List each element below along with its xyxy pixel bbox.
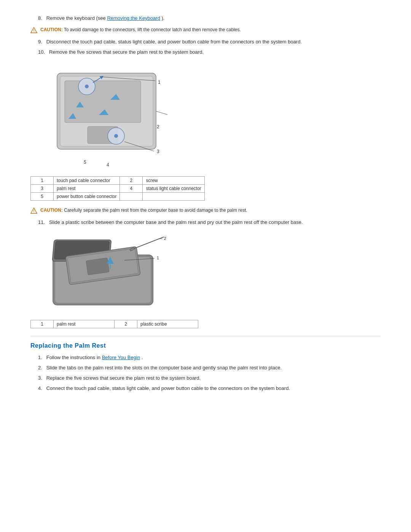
caution-icon-2: ! bbox=[30, 207, 37, 214]
caution-label-2: CAUTION: bbox=[40, 208, 63, 213]
svg-text:2: 2 bbox=[157, 124, 159, 129]
label-cell: touch pad cable connector bbox=[54, 177, 120, 185]
replace-step-1: 1. Follow the instructions in Before You… bbox=[30, 355, 381, 360]
caution-block-2: ! CAUTION: Carefully separate the palm r… bbox=[30, 207, 381, 214]
replace-step-2-text: Slide the tabs on the palm rest into the… bbox=[46, 365, 282, 371]
svg-text:4: 4 bbox=[107, 162, 109, 168]
label-cell: palm rest bbox=[54, 320, 115, 328]
step-9-number: 9. bbox=[38, 39, 42, 45]
svg-text:1: 1 bbox=[157, 256, 159, 260]
num-cell: 1 bbox=[31, 177, 54, 185]
table-row: 3 palm rest 4 status light cable connect… bbox=[31, 185, 205, 193]
table-row: 5 power button cable connector bbox=[31, 193, 205, 201]
replace-step-1-number: 1. bbox=[38, 355, 42, 360]
replace-step-1-end: . bbox=[142, 355, 143, 360]
caution-message-1: To avoid damage to the connectors, lift … bbox=[64, 27, 241, 32]
svg-text:!: ! bbox=[33, 209, 35, 213]
label-cell: screw bbox=[143, 177, 204, 185]
caution-message-2: Carefully separate the palm rest from th… bbox=[64, 208, 247, 213]
step-11: 11. Slide a plastic scribe between the c… bbox=[30, 219, 381, 225]
label-cell: plastic scribe bbox=[137, 320, 198, 328]
num-cell: 5 bbox=[31, 193, 54, 201]
step-10: 10. Remove the five screws that secure t… bbox=[30, 49, 381, 55]
replace-step-4: 4. Connect the touch pad cable, status l… bbox=[30, 385, 381, 391]
num-cell: 2 bbox=[115, 320, 137, 328]
svg-text:1: 1 bbox=[158, 80, 161, 85]
caution-text-2: CAUTION: Carefully separate the palm res… bbox=[40, 207, 247, 214]
replace-step-1-text: Follow the instructions in bbox=[46, 355, 102, 360]
svg-line-18 bbox=[156, 111, 167, 126]
label-cell: palm rest bbox=[54, 185, 120, 193]
num-cell: 1 bbox=[31, 320, 54, 328]
step-8-text: Remove the keyboard (see bbox=[46, 15, 107, 21]
slide-diagram: 1 2 bbox=[46, 232, 167, 312]
svg-rect-4 bbox=[65, 81, 141, 123]
caution-text-1: CAUTION: To avoid damage to the connecto… bbox=[40, 26, 241, 33]
table-row: 1 touch pad cable connector 2 screw bbox=[31, 177, 205, 185]
slide-diagram-container: 1 2 bbox=[46, 232, 381, 313]
replace-step-3-number: 3. bbox=[38, 375, 42, 381]
num-cell: 2 bbox=[120, 177, 143, 185]
removing-keyboard-link[interactable]: Removing the Keyboard bbox=[107, 15, 160, 21]
step-10-number: 10. bbox=[38, 49, 45, 55]
svg-point-7 bbox=[85, 85, 89, 88]
svg-text:5: 5 bbox=[84, 160, 86, 165]
parts-table-1: 1 touch pad cable connector 2 screw 3 pa… bbox=[30, 176, 205, 201]
svg-text:3: 3 bbox=[157, 149, 159, 154]
section-divider bbox=[30, 336, 381, 336]
step-8-number: 8. bbox=[38, 15, 42, 21]
svg-text:2: 2 bbox=[164, 236, 166, 241]
section-title: Replacing the Palm Rest bbox=[30, 342, 381, 349]
svg-point-10 bbox=[114, 134, 118, 138]
step-11-text: Slide a plastic scribe between the compu… bbox=[49, 219, 303, 225]
step-9: 9. Disconnect the touch pad cable, statu… bbox=[30, 39, 381, 45]
label-cell bbox=[143, 193, 204, 201]
before-you-begin-link[interactable]: Before You Begin bbox=[102, 355, 140, 360]
step-11-number: 11. bbox=[38, 219, 45, 225]
replace-step-2-number: 2. bbox=[38, 365, 42, 371]
replace-step-2: 2. Slide the tabs on the palm rest into … bbox=[30, 365, 381, 371]
caution-label-1: CAUTION: bbox=[40, 27, 63, 32]
step-10-text: Remove the five screws that secure the p… bbox=[49, 49, 204, 55]
step-8: 8. Remove the keyboard (see Removing the… bbox=[30, 15, 381, 21]
replace-step-4-number: 4. bbox=[38, 385, 42, 391]
table-row: 1 palm rest 2 plastic scribe bbox=[31, 320, 198, 328]
num-cell: 3 bbox=[31, 185, 54, 193]
svg-rect-33 bbox=[86, 258, 109, 275]
parts-table-2: 1 palm rest 2 plastic scribe bbox=[30, 320, 198, 328]
caution-icon-1: ! bbox=[30, 27, 37, 34]
caution-block-1: ! CAUTION: To avoid damage to the connec… bbox=[30, 26, 381, 34]
step-8-end: ). bbox=[162, 15, 165, 21]
screw-diagram: 1 2 2 3 5 4 bbox=[46, 62, 167, 168]
screw-diagram-container: 1 2 2 3 5 4 bbox=[46, 62, 381, 169]
label-cell: status light cable connector bbox=[143, 185, 204, 193]
step-9-text: Disconnect the touch pad cable, status l… bbox=[46, 39, 302, 45]
svg-text:!: ! bbox=[33, 29, 35, 33]
label-cell: power button cable connector bbox=[54, 193, 120, 201]
replace-step-4-text: Connect the touch pad cable, status ligh… bbox=[46, 385, 290, 391]
num-cell bbox=[120, 193, 143, 201]
replace-step-3-text: Replace the five screws that secure the … bbox=[46, 375, 201, 381]
svg-line-36 bbox=[132, 237, 164, 249]
num-cell: 4 bbox=[120, 185, 143, 193]
replace-step-3: 3. Replace the five screws that secure t… bbox=[30, 375, 381, 381]
